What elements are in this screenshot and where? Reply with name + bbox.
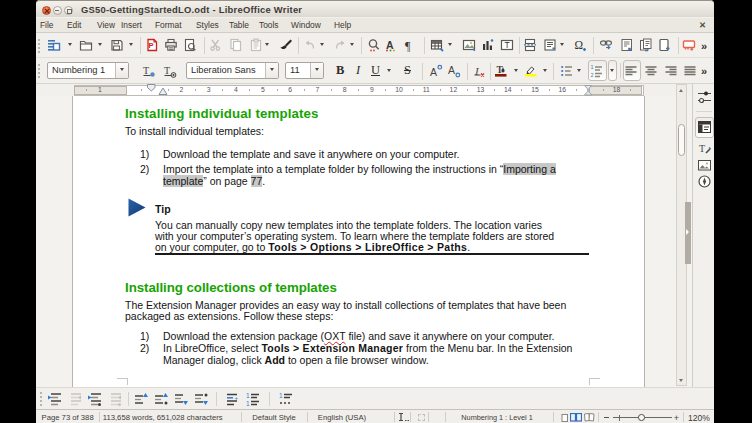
svg-text:1: 1 (246, 400, 250, 407)
svg-text:T: T (699, 143, 705, 154)
svg-text:A: A (386, 39, 394, 51)
svg-text:T: T (505, 40, 510, 50)
svg-text:1: 1 (591, 64, 594, 70)
svg-text:1: 1 (279, 392, 283, 399)
svg-text:T: T (143, 65, 149, 76)
svg-text:¶: ¶ (405, 39, 411, 53)
svg-text:1: 1 (246, 392, 250, 399)
svg-text:A: A (430, 66, 437, 78)
svg-text:2: 2 (591, 72, 594, 78)
svg-text:T: T (164, 65, 170, 76)
svg-text:P: P (149, 41, 154, 50)
svg-text:+: + (235, 395, 239, 401)
svg-text:Ω: Ω (575, 39, 584, 51)
svg-text:A: A (448, 64, 455, 76)
